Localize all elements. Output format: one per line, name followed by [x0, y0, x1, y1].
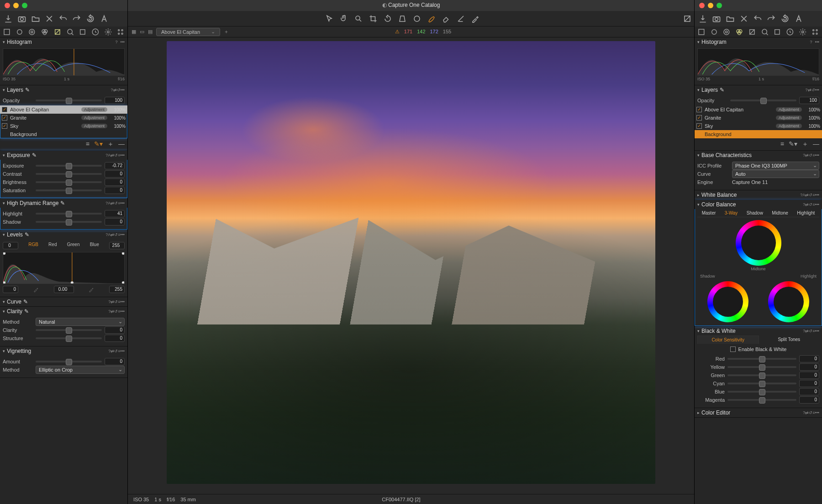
redo-icon[interactable] [767, 14, 776, 23]
breadcrumb-select[interactable]: Above El Capitan⌄ [156, 28, 220, 36]
spot-tool-icon[interactable] [413, 15, 421, 23]
cb-tab-3way[interactable]: 3-Way [725, 210, 738, 215]
cb-tab-shadow[interactable]: Shadow [747, 210, 763, 215]
opacity-slider[interactable] [36, 100, 102, 101]
layers-align-icon[interactable]: ≡ [780, 140, 784, 148]
brightness-slider[interactable] [36, 181, 102, 183]
color-tab-icon[interactable] [735, 28, 743, 36]
gear-icon[interactable] [799, 28, 807, 36]
layers-brush-icon[interactable]: ✎▾ [789, 140, 797, 148]
cb-wheel-highlight[interactable] [768, 281, 809, 322]
add-bc-icon[interactable]: ＋ [224, 28, 229, 35]
layer-row[interactable]: Above El CapitanAdjustment100% [0, 105, 127, 114]
details-icon[interactable] [761, 28, 769, 36]
library-icon[interactable] [697, 28, 706, 36]
import-icon[interactable] [698, 14, 707, 23]
metadata-icon[interactable] [91, 28, 100, 36]
folder-icon[interactable] [726, 14, 735, 23]
levels-hi[interactable]: 255 [109, 242, 125, 249]
close-window-r[interactable] [699, 3, 705, 8]
base-curve[interactable]: Auto [732, 170, 819, 178]
bw-magenta-slider[interactable] [727, 399, 796, 401]
crop-tool-icon[interactable] [369, 15, 377, 23]
layer-row[interactable]: Above El CapitanAdjustment100% [695, 105, 822, 114]
layer-row[interactable]: Background [0, 130, 127, 138]
layer-check[interactable] [2, 107, 7, 112]
rotate-icon[interactable] [86, 14, 95, 23]
shadow-slider[interactable] [36, 221, 102, 223]
bw-tab-split[interactable]: Split Tones [759, 336, 820, 344]
contrast-slider[interactable] [36, 173, 102, 175]
x-icon[interactable] [739, 14, 748, 23]
bw-green-slider[interactable] [727, 374, 796, 376]
cb-wheel-midtone[interactable] [736, 220, 781, 266]
icc-profile[interactable]: Phase One IQ3 100MP Trichromatic… [732, 162, 819, 170]
eyedropper-black-icon[interactable] [33, 287, 39, 292]
bw-enable-check[interactable] [730, 346, 736, 352]
layer-row[interactable]: Background [695, 130, 822, 138]
capture-icon[interactable] [710, 28, 718, 36]
zoom-window[interactable] [22, 3, 27, 8]
adjust-icon[interactable] [773, 28, 781, 36]
highlight-value[interactable]: 41 [105, 210, 125, 217]
more-icon[interactable] [116, 28, 125, 36]
zoom-window-r[interactable] [717, 3, 722, 8]
levels-tab-red[interactable]: Red [48, 242, 57, 249]
levels-lo[interactable]: 0 [3, 242, 18, 249]
vignette-slider[interactable] [36, 361, 102, 362]
contrast-value[interactable]: 0 [105, 170, 125, 178]
gear-icon[interactable] [104, 28, 112, 36]
redo-icon[interactable] [72, 14, 81, 23]
layer-check[interactable] [2, 123, 7, 129]
levels-black[interactable]: 0 [3, 286, 18, 293]
rotate-icon[interactable] [780, 14, 790, 23]
layers-brush-icon[interactable]: ✎▾ [94, 140, 103, 148]
auto-a-icon[interactable] [794, 14, 803, 23]
shadow-value[interactable]: 0 [105, 218, 125, 226]
close-window[interactable] [5, 3, 10, 8]
layers-remove-icon[interactable]: — [813, 140, 819, 148]
layer-row[interactable]: GraniteAdjustment100% [695, 114, 822, 122]
lens-icon[interactable] [28, 28, 36, 36]
bw-cyan-slider[interactable] [727, 383, 796, 384]
cb-tab-highlight[interactable]: Highlight [797, 210, 815, 215]
library-icon[interactable] [3, 28, 11, 36]
single-view-icon[interactable]: ▭ [140, 29, 144, 35]
adjust-icon[interactable] [79, 28, 87, 36]
details-icon[interactable] [66, 28, 74, 36]
layers-align-icon[interactable]: ≡ [86, 140, 90, 148]
bw-tab-sens[interactable]: Color Sensitivity [697, 336, 759, 344]
bw-blue-slider[interactable] [727, 391, 796, 393]
cb-wheel-shadow[interactable] [707, 281, 748, 322]
camera-icon[interactable] [712, 14, 721, 23]
multi-view-icon[interactable]: ▤ [148, 29, 153, 35]
layers-remove-icon[interactable]: — [118, 140, 125, 148]
structure-slider[interactable] [36, 337, 102, 339]
bw-yellow-slider[interactable] [727, 366, 796, 368]
minimize-window-r[interactable] [708, 3, 713, 8]
fullscreen-icon[interactable] [683, 15, 691, 23]
layers-add-icon[interactable]: ＋ [107, 140, 114, 148]
vignette-method[interactable]: Elliptic on Crop [36, 366, 125, 374]
saturation-slider[interactable] [36, 189, 102, 191]
levels-mid[interactable]: 0.00 [54, 286, 74, 293]
camera-icon[interactable] [17, 14, 26, 23]
layers-add-icon[interactable]: ＋ [802, 140, 808, 148]
highlight-slider[interactable] [36, 213, 102, 215]
layer-check[interactable] [696, 115, 702, 121]
minimize-window[interactable] [13, 3, 19, 8]
keystone-tool-icon[interactable] [398, 15, 406, 23]
exposure-slider[interactable] [36, 165, 102, 167]
color-icon[interactable] [41, 28, 49, 36]
cb-tab-master[interactable]: Master [702, 210, 716, 215]
layer-row[interactable]: SkyAdjustment100% [695, 122, 822, 130]
layer-check[interactable] [696, 123, 702, 129]
more-icon[interactable] [811, 28, 819, 36]
cb-tab-midtone[interactable]: Midtone [772, 210, 788, 215]
select-tool-icon[interactable] [325, 15, 333, 23]
layer-row[interactable]: GraniteAdjustment100% [0, 114, 127, 122]
capture-icon[interactable] [16, 28, 24, 36]
hand-tool-icon[interactable] [340, 15, 348, 23]
eyedropper-white-icon[interactable] [89, 287, 94, 292]
undo-icon[interactable] [753, 14, 762, 23]
